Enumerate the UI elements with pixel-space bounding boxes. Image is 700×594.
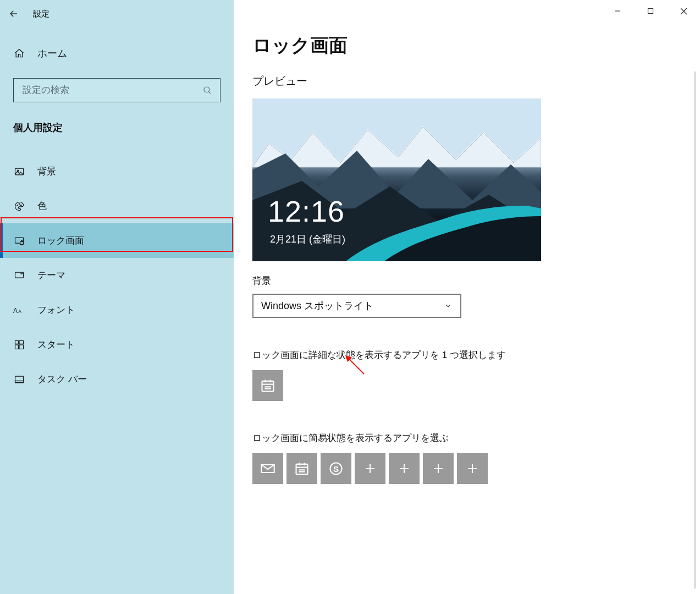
- palette-icon: [13, 201, 25, 212]
- window-title: 設定: [33, 9, 49, 19]
- quick-status-app-add[interactable]: [423, 453, 454, 484]
- svg-rect-12: [19, 340, 24, 344]
- quick-status-app-add[interactable]: [457, 453, 488, 484]
- svg-point-4: [19, 204, 20, 205]
- preview-heading: プレビュー: [252, 74, 698, 89]
- sidebar-item-label: 背景: [37, 165, 56, 178]
- theme-icon: [13, 270, 25, 281]
- lockscreen-preview: 12:16 2月21日 (金曜日): [252, 98, 541, 261]
- plus-icon: [363, 462, 377, 475]
- sidebar-item-background[interactable]: 背景: [0, 154, 234, 189]
- mail-icon: [260, 461, 275, 476]
- svg-rect-11: [15, 340, 19, 344]
- svg-rect-48: [648, 9, 653, 14]
- sidebar-item-label: ロック画面: [37, 234, 84, 247]
- picture-icon: [13, 166, 25, 177]
- scrollbar[interactable]: [694, 72, 696, 588]
- start-icon: [13, 339, 25, 350]
- sidebar-item-taskbar[interactable]: タスク バー: [0, 362, 234, 397]
- sidebar-item-label: タスク バー: [37, 373, 87, 386]
- quick-status-apps: S: [252, 453, 698, 484]
- maximize-button[interactable]: [634, 0, 667, 22]
- svg-rect-31: [296, 464, 308, 475]
- quick-status-app-calendar[interactable]: [286, 453, 317, 484]
- page-title: ロック画面: [252, 33, 698, 58]
- dropdown-value: Windows スポットライト: [261, 299, 373, 312]
- svg-rect-25: [262, 381, 274, 392]
- close-button[interactable]: [667, 0, 700, 22]
- lock-monitor-icon: [13, 235, 25, 246]
- search-icon: [202, 85, 214, 95]
- sidebar-home[interactable]: ホーム: [0, 38, 234, 68]
- detailed-status-heading: ロック画面に詳細な状態を表示するアプリを 1 つ選択します: [252, 349, 698, 361]
- sidebar-item-start[interactable]: スタート: [0, 327, 234, 362]
- quick-status-app-skype[interactable]: S: [321, 453, 351, 484]
- background-label: 背景: [252, 274, 698, 287]
- svg-text:A: A: [13, 306, 18, 314]
- svg-rect-7: [20, 241, 24, 244]
- sidebar-item-label: スタート: [37, 338, 75, 351]
- sidebar-nav: 背景 色 ロック画面 テーマ AA フォント: [0, 154, 234, 397]
- svg-point-2: [17, 170, 19, 172]
- sidebar-item-themes[interactable]: テーマ: [0, 258, 234, 293]
- svg-text:A: A: [18, 309, 21, 314]
- svg-rect-13: [15, 345, 19, 349]
- window-controls: [601, 0, 700, 22]
- search-input[interactable]: [13, 78, 221, 102]
- taskbar-icon: [13, 374, 25, 385]
- sidebar-item-fonts[interactable]: AA フォント: [0, 293, 234, 327]
- preview-time: 12:16: [268, 194, 345, 228]
- quick-status-heading: ロック画面に簡易状態を表示するアプリを選ぶ: [252, 432, 698, 444]
- svg-point-5: [21, 205, 22, 206]
- svg-line-23: [348, 358, 364, 374]
- plus-icon: [466, 462, 479, 475]
- content-area: ロック画面 プレビュー 12:16 2月21日 (金曜日) 背景 Wi: [234, 0, 698, 594]
- sidebar-item-lockscreen[interactable]: ロック画面: [0, 223, 234, 258]
- plus-icon: [432, 462, 445, 475]
- titlebar: 設定: [0, 0, 234, 28]
- sidebar-item-label: フォント: [37, 304, 75, 316]
- skype-icon: S: [328, 461, 344, 476]
- sidebar-item-label: テーマ: [37, 269, 65, 282]
- svg-text:S: S: [333, 464, 339, 474]
- plus-icon: [398, 462, 411, 475]
- background-dropdown[interactable]: Windows スポットライト: [252, 294, 461, 318]
- calendar-icon: [260, 378, 275, 393]
- quick-status-app-add[interactable]: [389, 453, 420, 484]
- search-field[interactable]: [21, 84, 202, 96]
- calendar-icon: [294, 461, 310, 476]
- back-button[interactable]: [0, 0, 27, 28]
- sidebar-category-title: 個人用設定: [13, 121, 234, 134]
- home-label: ホーム: [37, 47, 67, 60]
- detailed-status-app[interactable]: [252, 370, 283, 401]
- svg-point-3: [17, 205, 18, 206]
- sidebar: 設定 ホーム 個人用設定 背景 色 ロック: [0, 0, 234, 594]
- chevron-down-icon: [444, 301, 453, 310]
- minimize-button[interactable]: [601, 0, 634, 22]
- svg-point-0: [204, 87, 210, 92]
- quick-status-app-add[interactable]: [355, 453, 385, 484]
- preview-date: 2月21日 (金曜日): [270, 233, 345, 246]
- home-icon: [13, 48, 25, 59]
- svg-rect-14: [19, 345, 24, 349]
- sidebar-item-colors[interactable]: 色: [0, 189, 234, 223]
- font-icon: AA: [13, 305, 25, 316]
- quick-status-app-mail[interactable]: [252, 453, 283, 484]
- annotation-arrow: [345, 355, 367, 377]
- sidebar-item-label: 色: [37, 200, 47, 212]
